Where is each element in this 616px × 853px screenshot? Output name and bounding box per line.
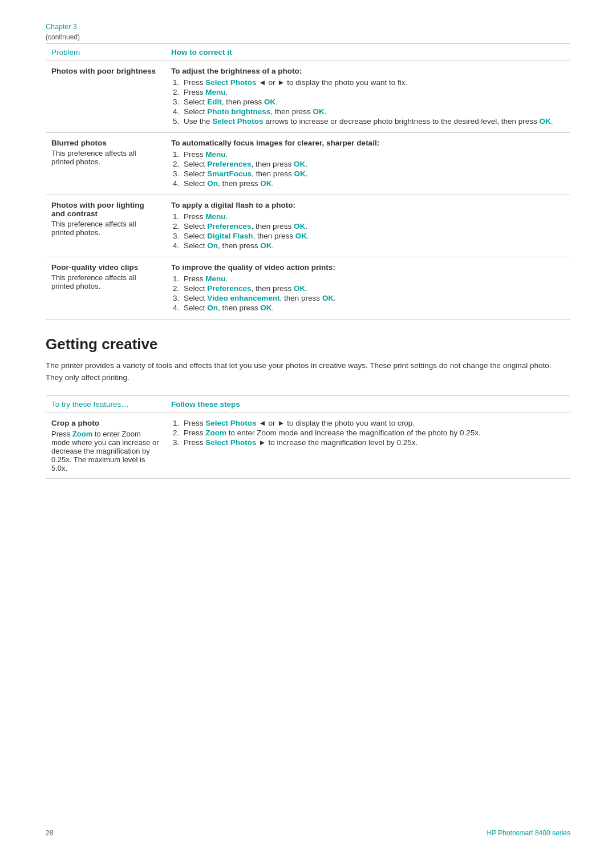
cyan-text: OK bbox=[294, 160, 305, 168]
troubleshooting-table: Problem How to correct it Photos with po… bbox=[46, 43, 570, 320]
problem-note: This preference affects all printed phot… bbox=[51, 220, 136, 237]
cyan-text: Edit bbox=[207, 98, 222, 106]
cyan-text: Digital Flash bbox=[207, 232, 253, 240]
list-item: Select Preferences, then press OK. bbox=[181, 284, 565, 293]
cyan-text: OK bbox=[294, 222, 305, 231]
cyan-text: Menu bbox=[205, 88, 225, 96]
solution-steps: Press Menu. Select Preferences, then pre… bbox=[181, 150, 565, 188]
cyan-text: Select Photos bbox=[205, 78, 256, 87]
table-row: Blurred photos This preference affects a… bbox=[46, 133, 570, 195]
chapter-label: Chapter 3 bbox=[46, 23, 570, 31]
list-item: Select Preferences, then press OK. bbox=[181, 222, 565, 231]
list-item: Press Menu. bbox=[181, 274, 565, 283]
table-row: Photos with poor lighting and contrast T… bbox=[46, 195, 570, 257]
problem-title: Photos with poor brightness bbox=[51, 67, 160, 75]
list-item: Press Zoom to enter Zoom mode and increa… bbox=[181, 428, 565, 437]
cyan-text: On bbox=[207, 304, 218, 312]
cyan-text: Select Photos bbox=[205, 419, 256, 427]
table-row: Photos with poor brightness To adjust th… bbox=[46, 61, 570, 133]
cyan-text: Menu bbox=[205, 212, 225, 221]
list-item: Use the Select Photos arrows to increase… bbox=[181, 117, 565, 126]
solution-steps: Press Menu. Select Preferences, then pre… bbox=[181, 212, 565, 250]
cyan-text: OK bbox=[294, 169, 306, 178]
cyan-text: Select Photos bbox=[212, 117, 263, 126]
list-item: Select Digital Flash, then press OK. bbox=[181, 232, 565, 240]
list-item: Select SmartFocus, then press OK. bbox=[181, 169, 565, 178]
problem-title: Blurred photos bbox=[51, 139, 160, 147]
list-item: Select On, then press OK. bbox=[181, 304, 565, 312]
list-item: Select On, then press OK. bbox=[181, 241, 565, 250]
cyan-text: Preferences bbox=[207, 222, 251, 231]
cyan-text: Preferences bbox=[207, 160, 251, 168]
cyan-text: OK bbox=[294, 284, 305, 293]
cyan-text: Video enhancement bbox=[207, 294, 279, 302]
cyan-text: Zoom bbox=[205, 428, 226, 437]
continued-label: (continued) bbox=[46, 33, 570, 41]
solution-title: To adjust the brightness of a photo: bbox=[171, 67, 565, 75]
col-problem-header: Problem bbox=[46, 44, 165, 61]
creative-table: To try these features… Follow these step… bbox=[46, 395, 570, 479]
page-number: 28 bbox=[46, 829, 53, 837]
problem-title: Poor-quality video clips bbox=[51, 263, 160, 272]
solution-title: To automatically focus images for cleare… bbox=[171, 139, 565, 147]
cyan-text: On bbox=[207, 241, 218, 250]
col-solution-header: How to correct it bbox=[165, 44, 570, 61]
solution-title: To apply a digital flash to a photo: bbox=[171, 201, 565, 209]
problem-note: This preference affects all printed phot… bbox=[51, 273, 136, 290]
problem-note: This preference affects all printed phot… bbox=[51, 149, 136, 166]
problem-title: Photos with poor lighting and contrast bbox=[51, 201, 160, 218]
solution-steps: Press Select Photos ◄ or ► to display th… bbox=[181, 419, 565, 447]
cyan-text: OK bbox=[540, 117, 551, 126]
cyan-text: Menu bbox=[205, 274, 225, 283]
cyan-text: SmartFocus bbox=[207, 169, 252, 178]
list-item: Select Video enhancement, then press OK. bbox=[181, 294, 565, 302]
feature-note: Press Zoom to enter Zoom mode where you … bbox=[51, 430, 160, 472]
feature-title: Crop a photo bbox=[51, 419, 160, 427]
cyan-text: Preferences bbox=[207, 284, 251, 293]
section-title: Getting creative bbox=[46, 335, 570, 353]
list-item: Press Menu. bbox=[181, 212, 565, 221]
cyan-text: Zoom bbox=[72, 430, 92, 438]
list-item: Press Select Photos ► to increase the ma… bbox=[181, 438, 565, 447]
cyan-text: OK bbox=[295, 232, 307, 240]
cyan-text: On bbox=[207, 179, 218, 188]
list-item: Select Edit, then press OK. bbox=[181, 98, 565, 106]
solution-steps: Press Menu. Select Preferences, then pre… bbox=[181, 274, 565, 312]
list-item: Select Photo brightness, then press OK. bbox=[181, 107, 565, 116]
table-row: Crop a photo Press Zoom to enter Zoom mo… bbox=[46, 413, 570, 478]
section-intro: The printer provides a variety of tools … bbox=[46, 360, 570, 384]
cyan-text: OK bbox=[260, 304, 271, 312]
list-item: Select Preferences, then press OK. bbox=[181, 160, 565, 168]
cyan-text: OK bbox=[260, 179, 271, 188]
solution-steps: Press Select Photos ◄ or ► to display th… bbox=[181, 78, 565, 126]
cyan-text: OK bbox=[264, 98, 275, 106]
cyan-text: Menu bbox=[205, 150, 225, 159]
list-item: Press Menu. bbox=[181, 88, 565, 96]
list-item: Select On, then press OK. bbox=[181, 179, 565, 188]
page-footer: 28 HP Photosmart 8400 series bbox=[46, 829, 570, 837]
solution-title: To improve the quality of video action p… bbox=[171, 263, 565, 272]
table-row: Poor-quality video clips This preference… bbox=[46, 257, 570, 320]
product-name: HP Photosmart 8400 series bbox=[487, 829, 570, 837]
cyan-text: OK bbox=[260, 241, 271, 250]
col-features-header: To try these features… bbox=[46, 395, 165, 413]
list-item: Press Select Photos ◄ or ► to display th… bbox=[181, 419, 565, 427]
list-item: Press Select Photos ◄ or ► to display th… bbox=[181, 78, 565, 87]
cyan-text: Photo brightness bbox=[207, 107, 270, 116]
cyan-text: Select Photos bbox=[205, 438, 256, 447]
cyan-text: OK bbox=[322, 294, 334, 302]
list-item: Press Menu. bbox=[181, 150, 565, 159]
cyan-text: OK bbox=[313, 107, 325, 116]
col-steps-header: Follow these steps bbox=[165, 395, 570, 413]
